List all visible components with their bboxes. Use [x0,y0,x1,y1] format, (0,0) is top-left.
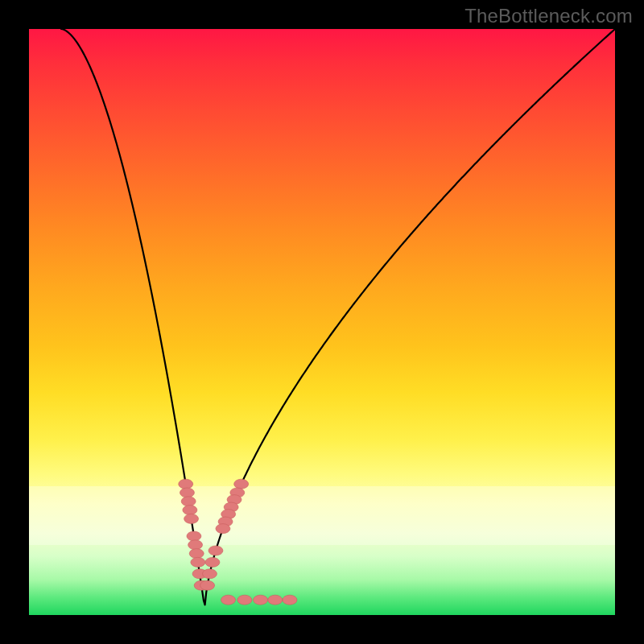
bead-marker [183,506,197,515]
plot-svg [29,29,615,615]
bead-marker [184,514,199,523]
bead-marker [205,557,220,567]
bead-marker [200,580,215,590]
bead-marker [189,549,204,559]
bead-marker [188,540,203,550]
bead-marker [208,546,223,555]
bead-marker [216,524,230,534]
bead-marker [187,531,201,541]
plot-frame [29,29,615,615]
bead-marker [237,595,252,605]
bead-marker [283,595,297,605]
bottleneck-curve [61,29,615,605]
bead-marker [180,488,194,497]
bead-marker [234,479,249,489]
bead-marker [268,595,283,605]
bead-marker [179,479,193,489]
watermark-text: TheBottleneck.com [464,5,633,27]
bead-marker [191,557,205,567]
bead-marker [254,595,268,605]
bead-marker [202,569,217,579]
bead-marker [181,497,196,506]
stage: TheBottleneck.com [0,0,644,644]
bead-markers [179,479,297,605]
bead-marker [221,595,236,605]
